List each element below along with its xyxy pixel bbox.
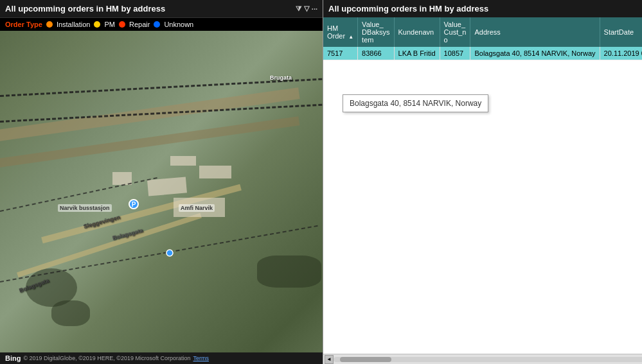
installation-dot	[46, 21, 53, 28]
legend-bar: Order Type Installation PM Repair Unknow…	[0, 18, 323, 31]
bing-logo: Bing	[5, 354, 21, 362]
settings-icon[interactable]: ▽	[304, 4, 309, 13]
table-container[interactable]: HMOrder ▲ Value_DBaksystem Kundenavn Val…	[323, 17, 642, 354]
svg-point-2	[166, 250, 173, 256]
cell-value-cust: 10857	[440, 47, 470, 60]
order-type-label: Order Type	[5, 21, 42, 28]
map-label-busstasjon: Narvik busstasjon	[58, 204, 112, 212]
col-value-db-label: Value_DBaksystem	[362, 21, 389, 44]
bing-terms-link[interactable]: Terms	[193, 355, 209, 361]
col-start-date-label: StartDate	[604, 28, 634, 36]
table-body: 7517 83866 LKA B Fritid 10857 Bolagsgata…	[323, 47, 642, 60]
cell-hm-order: 7517	[323, 47, 358, 60]
left-title: All upcomming orders in HM by address	[5, 4, 165, 13]
col-hm-order-label: HMOrder	[327, 24, 345, 40]
col-value-cust-label: Value_Cust_no	[444, 21, 467, 44]
more-icon[interactable]: ···	[312, 5, 317, 13]
cell-address: Bolagsgata 40, 8514 NARVIK, Norway	[470, 47, 600, 60]
col-kundenavn[interactable]: Kundenavn	[394, 17, 440, 47]
cell-kundenavn: LKA B Fritid	[394, 47, 440, 60]
left-panel: All upcomming orders in HM by address ⧩ …	[0, 0, 323, 364]
table-header: HMOrder ▲ Value_DBaksystem Kundenavn Val…	[323, 17, 642, 47]
scrollbar-area: ◄ ►	[323, 354, 642, 364]
tooltip-text: Bolagsgata 40, 8514 NARVIK, Norway	[350, 99, 481, 108]
map-label-amfi: Amfi Narvik	[179, 204, 215, 212]
repair-dot	[119, 21, 125, 28]
map-container[interactable]: P Brugata Narvik busstasjon Amfi Narvik …	[0, 31, 323, 352]
installation-label: Installation	[57, 21, 91, 28]
left-header-icons: ⧩ ▽ ···	[296, 4, 317, 13]
right-header: All upcomming orders in HM by address ⧩ …	[323, 0, 642, 17]
col-kundenavn-label: Kundenavn	[398, 28, 434, 36]
pm-dot	[94, 21, 100, 28]
orders-table: HMOrder ▲ Value_DBaksystem Kundenavn Val…	[323, 17, 642, 60]
address-tooltip: Bolagsgata 40, 8514 NARVIK, Norway	[343, 94, 488, 112]
col-hm-order[interactable]: HMOrder ▲	[323, 17, 358, 47]
bing-bar: Bing © 2019 DigitalGlobe, ©2019 HERE, ©2…	[0, 352, 323, 364]
col-address[interactable]: Address	[470, 17, 600, 47]
col-value-db[interactable]: Value_DBaksystem	[358, 17, 394, 47]
scroll-left-button[interactable]: ◄	[325, 355, 334, 364]
table-row[interactable]: 7517 83866 LKA B Fritid 10857 Bolagsgata…	[323, 47, 642, 60]
repair-label: Repair	[129, 21, 150, 28]
map-label-brugata: Brugata	[270, 74, 292, 81]
unknown-dot	[154, 21, 160, 28]
scrollbar-track[interactable]	[334, 357, 642, 362]
svg-text:P: P	[132, 201, 136, 208]
sort-arrow-hm-order: ▲	[348, 34, 353, 40]
col-start-date[interactable]: StartDate	[600, 17, 642, 47]
cell-value-db: 83866	[358, 47, 394, 60]
location-marker	[166, 249, 174, 259]
unknown-label: Unknown	[164, 21, 193, 28]
scrollbar-thumb[interactable]	[340, 357, 391, 362]
cell-start-date: 20.11.2019 08:00:00	[600, 47, 642, 60]
col-address-label: Address	[474, 28, 500, 36]
pm-label: PM	[104, 21, 115, 28]
col-value-cust[interactable]: Value_Cust_no	[440, 17, 470, 47]
filter-icon[interactable]: ⧩	[296, 4, 301, 13]
left-header: All upcomming orders in HM by address ⧩ …	[0, 0, 323, 18]
right-panel: All upcomming orders in HM by address ⧩ …	[323, 0, 642, 364]
map-satellite: P Brugata Narvik busstasjon Amfi Narvik …	[0, 31, 323, 352]
map-pin: P	[129, 199, 139, 211]
bing-copyright: © 2019 DigitalGlobe, ©2019 HERE, ©2019 M…	[23, 355, 190, 361]
right-title: All upcomming orders in HM by address	[328, 4, 488, 13]
